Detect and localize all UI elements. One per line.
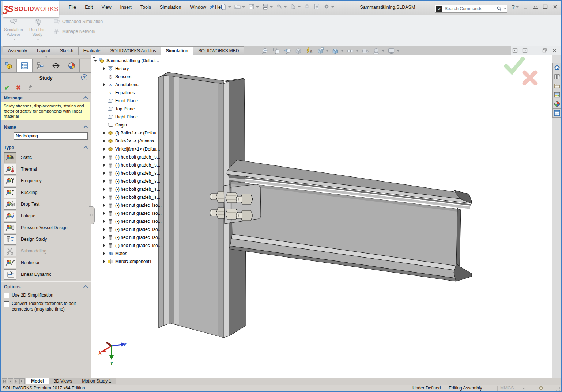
menu-file[interactable]: File xyxy=(64,5,80,10)
design-study-icon[interactable] xyxy=(4,234,16,245)
search-icon[interactable] xyxy=(496,6,502,12)
study-type-fatigue[interactable]: Fatigue xyxy=(1,210,91,222)
collapse-arrow-icon[interactable] xyxy=(93,60,98,62)
fatigue-icon[interactable] xyxy=(4,211,16,221)
tree-item[interactable]: Balk<2> -> (Annan<... xyxy=(93,137,162,145)
expand-arrow-icon[interactable] xyxy=(102,188,107,191)
tab-model[interactable]: Model xyxy=(26,378,49,384)
expand-arrow-icon[interactable] xyxy=(102,180,107,183)
annotations-icon[interactable] xyxy=(304,47,314,55)
study-type-design-study[interactable]: Design Study xyxy=(1,233,91,245)
dropdown-icon[interactable] xyxy=(397,50,400,52)
expand-arrow-icon[interactable] xyxy=(102,236,107,239)
dropdown-icon[interactable] xyxy=(331,6,334,8)
checkbox[interactable] xyxy=(4,293,9,298)
nonlinear-icon[interactable] xyxy=(4,258,16,268)
dropdown-icon[interactable] xyxy=(284,6,287,8)
file-properties-button[interactable] xyxy=(313,3,321,11)
resize-grip[interactable] xyxy=(556,387,560,391)
confirm-cancel-icon[interactable] xyxy=(524,72,535,83)
options-button[interactable] xyxy=(323,3,335,11)
expand-arrow-icon[interactable] xyxy=(102,212,107,215)
units-selector[interactable]: MMGS xyxy=(500,385,514,391)
study-type-frequency[interactable]: Frequency xyxy=(1,175,91,187)
search-dropdown-icon[interactable] xyxy=(504,8,507,9)
tree-item[interactable]: Origin xyxy=(93,121,162,129)
pin-menu-icon[interactable] xyxy=(208,4,215,11)
tab-property-manager[interactable] xyxy=(16,59,33,72)
study-type-buckling[interactable]: Buckling xyxy=(1,187,91,198)
close-button[interactable] xyxy=(552,4,558,10)
tree-item[interactable]: (-) hex nut gradec_iso... xyxy=(93,201,162,209)
section-view-icon[interactable] xyxy=(293,47,303,55)
linear-dynamic-icon[interactable] xyxy=(4,269,16,280)
help-icon[interactable]: ? xyxy=(512,4,515,10)
collapse-chevron-icon[interactable] xyxy=(83,285,88,290)
home-button[interactable] xyxy=(552,63,561,72)
tab-3d-views[interactable]: 3D Views xyxy=(49,378,77,384)
pane-right-icon[interactable] xyxy=(522,47,528,53)
zoom-to-fit-icon[interactable] xyxy=(260,47,271,55)
dropdown-icon[interactable] xyxy=(382,50,385,52)
tree-item[interactable]: (-) hex bolt gradeb_is... xyxy=(93,193,162,201)
save-button[interactable] xyxy=(247,3,260,11)
view-orientation-icon[interactable] xyxy=(315,47,329,55)
tree-item[interactable]: (-) hex nut gradec_iso... xyxy=(93,209,162,217)
expand-arrow-icon[interactable] xyxy=(102,83,107,86)
study-name-input[interactable] xyxy=(14,132,88,140)
tree-item[interactable]: (-) hex bolt gradeb_is... xyxy=(93,185,162,193)
drop-test-icon[interactable] xyxy=(4,199,16,210)
tree-item[interactable]: (-) hex nut gradec_iso... xyxy=(93,217,162,225)
edit-appearance-icon[interactable] xyxy=(360,47,370,55)
document-restore-button[interactable] xyxy=(542,47,548,53)
open-button[interactable] xyxy=(233,3,246,11)
last-study-button[interactable] xyxy=(19,378,25,384)
undo-button[interactable] xyxy=(275,3,287,11)
tree-item[interactable]: MirrorComponent1 xyxy=(93,258,162,266)
hide-show-items-icon[interactable] xyxy=(345,47,359,55)
graphics-viewport[interactable]: Sammanställning (Defaul...HistorySensors… xyxy=(91,55,552,378)
expand-arrow-icon[interactable] xyxy=(102,196,107,199)
dropdown-icon[interactable] xyxy=(242,6,245,8)
pressure-vessel-design-icon[interactable] xyxy=(4,222,16,233)
view-settings-icon[interactable] xyxy=(386,47,400,55)
expand-arrow-icon[interactable] xyxy=(102,204,107,207)
expand-arrow-icon[interactable] xyxy=(102,132,107,134)
study-type-thermal[interactable]: Thermal xyxy=(1,163,91,175)
name-section-header[interactable]: Name xyxy=(1,123,91,131)
tree-item[interactable]: (-) hex bolt gradeb_is... xyxy=(93,177,162,185)
keep-visible-pin-icon[interactable] xyxy=(27,84,33,91)
tab-motion-study-1[interactable]: Motion Study 1 xyxy=(77,378,116,384)
tree-item[interactable]: (-) hex bolt gradeb_is... xyxy=(93,153,162,161)
menu-edit[interactable]: Edit xyxy=(80,5,97,10)
tree-item[interactable]: Mates xyxy=(93,250,162,258)
run-this-study-dropdown-icon[interactable] xyxy=(37,39,39,40)
offloaded-simulation-button[interactable]: Offloaded Simulation xyxy=(53,18,103,25)
menu-insert[interactable]: Insert xyxy=(116,5,136,10)
tag-icon[interactable] xyxy=(538,385,544,391)
message-section-header[interactable]: Message xyxy=(1,94,91,102)
study-type-pressure-vessel-design[interactable]: Pressure Vessel Design xyxy=(1,222,91,233)
tree-item[interactable]: History xyxy=(93,65,162,73)
tab-assembly[interactable]: Assembly xyxy=(3,46,32,55)
units-dropdown-icon[interactable] xyxy=(522,388,525,389)
run-this-study-button[interactable]: Run This Study xyxy=(26,17,49,45)
tab-layout[interactable]: Layout xyxy=(32,46,55,55)
dropdown-icon[interactable] xyxy=(228,6,231,8)
dropdown-icon[interactable] xyxy=(270,6,273,8)
tree-item[interactable]: Vinkeljärn<1> (Defau... xyxy=(93,145,162,153)
tree-item[interactable]: Right Plane xyxy=(93,113,162,121)
custom-properties-button[interactable] xyxy=(552,109,561,118)
pane-left-icon[interactable] xyxy=(512,47,518,53)
tree-item[interactable]: Front Plane xyxy=(93,97,162,105)
confirm-ok-icon[interactable] xyxy=(506,59,523,72)
option-use-2d-simplification[interactable]: Use 2D Simplification xyxy=(1,291,91,299)
expand-arrow-icon[interactable] xyxy=(102,172,107,175)
tree-item[interactable]: Equations xyxy=(93,89,162,97)
resize-button[interactable] xyxy=(532,4,539,10)
tree-item[interactable]: (-) hex bolt gradeb_is... xyxy=(93,169,162,177)
tree-item[interactable]: Annotations xyxy=(93,81,162,89)
ok-check-icon[interactable]: ✔ xyxy=(4,84,10,92)
dropdown-icon[interactable] xyxy=(341,50,344,52)
print-button[interactable] xyxy=(261,3,274,11)
